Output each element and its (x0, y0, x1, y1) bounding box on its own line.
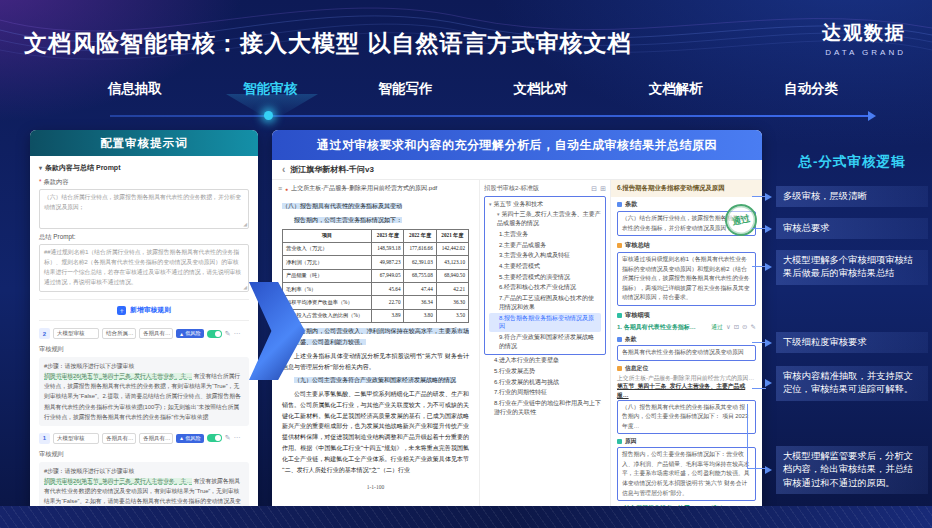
tree-subsection[interactable]: ▾第四十三条_发行人主营业务、主要产品或服务的情况 (489, 210, 601, 228)
brand-name-en: DATA GRAND (822, 48, 906, 57)
prompt-config-panel: 配置审核提示词 ▾条款内容与总结 Prompt *条款内容 （六）结合所属行业特… (30, 130, 258, 515)
review-panel-title: 通过对审核要求和内容的充分理解分析后，自动生成审核结果并总结原因 (272, 130, 762, 160)
tree-item[interactable]: 7.产品的工艺流程图及核心技术的使用情况和效果 (489, 293, 601, 312)
expand-panel-icon[interactable]: ⊞ (600, 185, 606, 193)
caret-icon[interactable]: ▾ (489, 201, 492, 207)
comment-icon[interactable]: ⊡ (734, 323, 739, 331)
tree-item[interactable]: 3.主营业务收入构成及特征 (489, 250, 601, 261)
plus-icon: ＋ (117, 306, 126, 315)
timeline-arrow (110, 115, 868, 117)
more-icon[interactable]: ⋯ (234, 434, 241, 442)
note-llm-understanding: 大模型理解监管要求后，分析文档内容，给出审核结果，并总结审核通过和不通过的原因。 (776, 446, 928, 494)
tree-item[interactable]: 6.经营和核心技术产业化情况 (489, 282, 601, 293)
collapse-icon[interactable]: ▾ (39, 165, 42, 171)
rule-field-1[interactable]: 结合所属… (102, 328, 136, 339)
clause-icon (617, 337, 622, 342)
collapse-panel-icon[interactable]: ⊟ (591, 185, 597, 193)
rule-field-2[interactable]: 各期具有… (139, 328, 173, 339)
caret-icon[interactable]: ▾ (497, 211, 500, 217)
reason-icon (617, 439, 622, 444)
prompt-panel-title: 配置审核提示词 (30, 130, 258, 156)
tab-smart-writing[interactable]: 智能写作 (378, 80, 432, 98)
resize-grip-icon[interactable]: ◢ (243, 220, 247, 229)
more-icon[interactable]: ⋯ (234, 330, 241, 338)
result-header: 6.报告期各期业务指标变动情况及原因 (611, 180, 762, 197)
tree-section[interactable]: ▾第五节 业务和技术 (489, 200, 601, 209)
tree-item[interactable]: 4.主要经营模式 (489, 261, 601, 272)
summary-text-box: 审核通过项目级规则名称1（各期具有代表性业务指标的变动情况及变动原因）和规则名称… (617, 252, 756, 306)
rule-enable-toggle[interactable] (207, 330, 222, 338)
review-result-detail: 6.报告期各期业务指标变动情况及原因 条款 （六）结合所属行业特点，披露报告期各… (611, 180, 762, 512)
clause-prompt-textarea[interactable]: （六）结合所属行业特点，披露报告期各期具有代表性的业务数据，并分析变动情况及原因… (39, 189, 249, 229)
tab-doc-compare[interactable]: 文档比对 (514, 80, 568, 98)
breadcrumb: ‹ 浙江旗华新材料-千问v3 (272, 160, 762, 180)
document-viewer: ≡ ● 上交所主板-产品服务-删除采用目前经营方式的原因.pdf （八）报告期具… (272, 180, 480, 512)
chevron-down-icon[interactable]: ∨ (726, 323, 731, 331)
tree-item[interactable]: 5.行业发展态势 (484, 366, 606, 377)
tree-item[interactable]: 9.符合产业政策和国家经济发展战略的情况 (489, 332, 601, 351)
risk-tag: ▲低风险 (176, 434, 204, 443)
review-result-panel: 通过对审核要求和内容的充分理解分析后，自动生成审核结果并总结原因 ‹ 浙江旗华新… (272, 130, 762, 512)
prompt-section-header[interactable]: ▾条款内容与总结 Prompt (39, 163, 249, 173)
locate-snippet-box[interactable]: （八）报告期具有代表性的业务指标及其变动 报告期内，公司主要业务指标情况如下： … (617, 400, 756, 435)
summary-prompt-label: 总结 Prompt: (39, 233, 249, 242)
tree-item[interactable]: 1.主营业务 (489, 229, 601, 240)
tree-item-active[interactable]: 8.报告期各期业务指标变动情况及原因 (489, 313, 601, 332)
tab-info-extraction[interactable]: 信息抽取 (108, 80, 162, 98)
summary-prompt-textarea[interactable]: ##通过规则名称1（结合所属行业特点，披露报告期各期具有代表性的业务指标）、规则… (39, 244, 249, 292)
risk-icon: ▲ (179, 435, 184, 441)
rule-text-box: #步骤：请按顺序进行以下步骤审核 招股书审核26(第五节_第四十三条_发行人主营… (39, 357, 249, 426)
document-page[interactable]: （八）报告期具有代表性的业务指标及其变动 报告期内，公司主营业务指标情况如下： … (272, 197, 479, 512)
locate-path[interactable]: 第五节_第四十三条_发行人主营业务、主要产品或服… (617, 382, 756, 399)
rule-index-badge: 1 (39, 433, 50, 444)
detail-clause-box: 各期具有代表性业务指标的变动情况及变动原因 (617, 345, 756, 361)
connector-line (747, 468, 766, 469)
col-header: 2021 年度 (436, 229, 468, 242)
menu-icon[interactable]: ≡ (278, 185, 282, 192)
bottom-decoration (0, 506, 932, 528)
rule-row: 1 大模型审核 各期具有… 各期具有… ▲低风险 ✎ ⋯ (39, 433, 249, 444)
pencil-icon[interactable]: ✎ (225, 330, 231, 338)
project-name: 浙江旗华新材料-千问v3 (290, 164, 374, 175)
locate-file[interactable]: 上交所主板-产品服务-删除采用目前经营方式的原因… (617, 374, 756, 383)
rule-highlight: 招股书审核26(第五节_第四十三条_发行人主营业务、主… (44, 478, 192, 485)
rule-type-select[interactable]: 大模型审核 (53, 433, 99, 444)
back-icon[interactable]: ‹ (282, 164, 285, 175)
doc-intro: 报告期内，公司主营业务指标情况如下： (294, 217, 402, 223)
rule-row: 2 大模型审核 结合所属… 各期具有… ▲低风险 ✎ ⋯ (39, 328, 249, 339)
tree-item[interactable]: 8.行业在产业链中的地位和作用及与上下游行业的关联性 (484, 398, 606, 417)
tree-item[interactable]: 6.行业发展的机遇与挑战 (484, 377, 606, 388)
tab-auto-classify[interactable]: 自动分类 (784, 80, 838, 98)
rule-type-select[interactable]: 大模型审核 (53, 328, 99, 339)
document-filename: 上交所主板-产品服务-删除采用目前经营方式的原因.pdf (291, 184, 437, 193)
table-row: 产品销量（吨）67,949.0568,755.0868,940.50 (283, 269, 469, 282)
tree-item[interactable]: 4.进入本行业的主要壁垒 (484, 355, 606, 366)
rule-text: 有没有结合所属行业特点，披露报告期各期具有代表性的业务数据，有则审核结果为“Tr… (44, 373, 241, 420)
detail-icon (617, 313, 622, 318)
note-fine-grained: 下级细粒度审核要求 (776, 332, 928, 353)
rule-field-1[interactable]: 各期具有… (102, 433, 136, 444)
table-row: 加权平均净资产收益率（%）22.7036.3436.30 (283, 296, 469, 309)
tab-doc-parse[interactable]: 文档解析 (649, 80, 703, 98)
brand-name-cn: 达观数据 (822, 20, 906, 46)
resize-grip-icon[interactable]: ◢ (243, 283, 247, 292)
locate-label: 信息定位 (617, 364, 756, 373)
clause-label: *条款内容 (39, 178, 249, 187)
note-summary-logic: 大模型理解多个审核细项审核结果后做最后的审核结果总结 (776, 250, 928, 285)
edit-icon[interactable]: ✎ (751, 323, 756, 331)
rule-index-badge: 2 (39, 328, 50, 339)
tree-item[interactable]: 7.行业的周期性特征 (484, 387, 606, 398)
connector-line (752, 228, 766, 229)
pencil-icon[interactable]: ✎ (225, 434, 231, 442)
rule-enable-toggle[interactable] (207, 434, 222, 442)
doc-para-2: 上述业务指标具体变动情况分析见本招股说明书“第六节 财务会计信息与管理层分析”部… (282, 351, 469, 373)
locate-icon[interactable]: ⊙ (742, 323, 747, 331)
tree-item[interactable]: 2.主要产品或服务 (489, 240, 601, 251)
rule-field-2[interactable]: 各期具有… (139, 433, 173, 444)
add-rule-button[interactable]: ＋ 新增审核规则 (39, 299, 249, 321)
detail-item-row[interactable]: 1. 各期具有代表性业务指标… 通过 ∨ ⊡ ⊙ ✎ (617, 323, 756, 332)
tree-item[interactable]: 5.主要经营模式的演变情况 (489, 272, 601, 283)
document-file-row[interactable]: ≡ ● 上交所主板-产品服务-删除采用目前经营方式的原因.pdf (272, 180, 479, 197)
note-multilevel: 多级审核，层级清晰 (776, 186, 928, 207)
note-traceable: 审核内容精准抽取，并支持原文定位，审核结果可追踪可解释。 (776, 366, 928, 401)
